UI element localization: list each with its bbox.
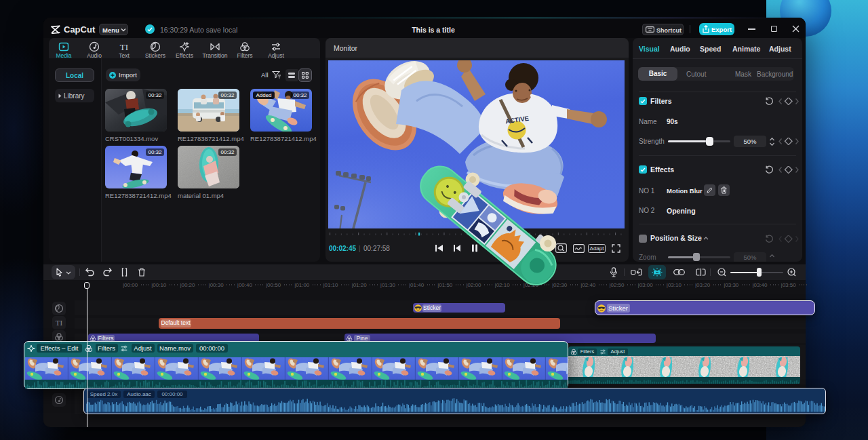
svg-text:TI: TI: [56, 319, 63, 327]
svg-text:TI: TI: [120, 42, 128, 52]
